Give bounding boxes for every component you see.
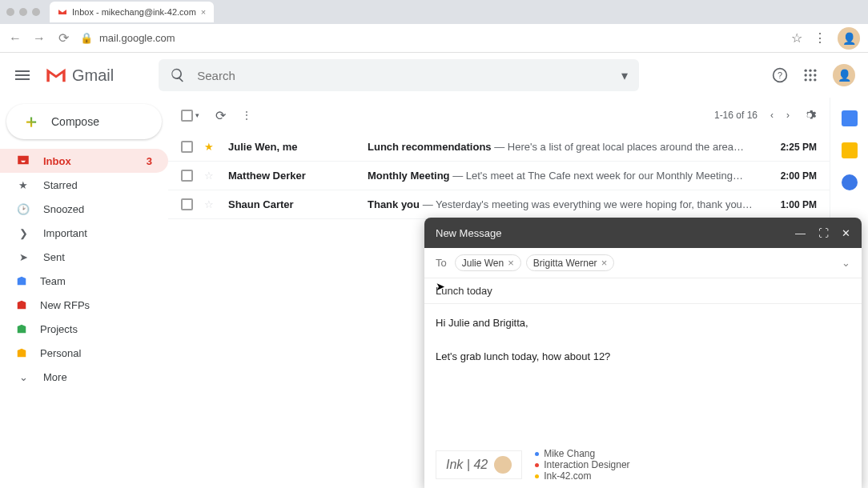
main-menu-icon[interactable] <box>13 66 32 85</box>
bookmark-star-icon[interactable]: ☆ <box>791 30 802 46</box>
reload-button[interactable]: ⟳ <box>56 30 70 46</box>
row-checkbox[interactable] <box>181 198 193 210</box>
unread-count: 3 <box>147 155 152 167</box>
sidebar-label: Projects <box>40 323 78 335</box>
svg-text:?: ? <box>778 70 782 80</box>
subject-snippet: Monthly Meeting — Let's meet at The Cafe… <box>368 170 770 182</box>
account-avatar[interactable]: 👤 <box>833 64 855 86</box>
close-tab-icon[interactable]: × <box>201 7 206 17</box>
signature-avatar <box>494 456 512 474</box>
list-toolbar: ▾ ⟳ ⋮ 1-16 of 16 ‹ › <box>168 98 830 133</box>
chrome-profile-avatar[interactable]: 👤 <box>838 27 860 50</box>
svg-point-2 <box>805 70 807 72</box>
support-icon[interactable]: ? <box>772 67 788 83</box>
compose-window: New Message — ⛶ ✕ To Julie Wen×Brigitta … <box>424 218 862 488</box>
star-icon[interactable]: ☆ <box>204 170 217 182</box>
svg-point-6 <box>809 74 811 76</box>
timestamp: 1:00 PM <box>781 199 817 210</box>
select-all-checkbox[interactable]: ▾ <box>181 110 199 122</box>
subject-snippet: Thank you — Yesterday's meeting was ever… <box>368 198 770 210</box>
close-compose-icon[interactable]: ✕ <box>842 227 850 239</box>
to-label: To <box>436 257 447 269</box>
recipients-row[interactable]: To Julie Wen×Brigitta Werner× ⌄ <box>424 248 862 278</box>
remove-chip-icon[interactable]: × <box>601 257 608 269</box>
sig-name: Mike Chang <box>544 448 595 459</box>
subject-field[interactable]: Lunch today <box>424 278 862 304</box>
recipient-chip[interactable]: Julie Wen× <box>455 254 521 271</box>
star-icon[interactable]: ★ <box>204 141 217 153</box>
svg-point-9 <box>809 78 811 81</box>
compose-title: New Message <box>436 227 501 239</box>
window-controls[interactable] <box>6 8 40 16</box>
signature: Ink | 42 Mike Chang Interaction Designer… <box>436 442 630 488</box>
url-text: mail.google.com <box>99 32 175 44</box>
sidebar-label: Sent <box>43 251 65 263</box>
sidebar-item-starred[interactable]: ★Starred <box>0 173 168 197</box>
row-checkbox[interactable] <box>181 141 193 153</box>
sidebar-item-projects[interactable]: Projects <box>0 317 168 341</box>
sidebar-label: Important <box>43 227 87 239</box>
sidebar-item-more[interactable]: ⌄More <box>0 365 168 389</box>
signature-card: Ink | 42 <box>436 450 522 479</box>
sidebar-item-team[interactable]: Team <box>0 269 168 293</box>
sidebar-label: Starred <box>43 179 78 191</box>
minimize-icon[interactable]: — <box>795 227 806 239</box>
refresh-icon[interactable]: ⟳ <box>215 108 226 123</box>
email-row[interactable]: ☆Matthew DerkerMonthly Meeting — Let's m… <box>168 162 830 190</box>
expand-recipients-icon[interactable]: ⌄ <box>842 257 850 269</box>
search-icon <box>170 67 186 83</box>
chip-label: Julie Wen <box>462 258 504 269</box>
sender: Matthew Derker <box>228 170 356 182</box>
sidebar: ＋ Compose Inbox3★Starred🕑Snoozed❯Importa… <box>0 98 168 488</box>
sidebar-item-important[interactable]: ❯Important <box>0 221 168 245</box>
sidebar-item-new-rfps[interactable]: New RFPs <box>0 293 168 317</box>
sidebar-item-personal[interactable]: Personal <box>0 341 168 365</box>
lock-icon: 🔒 <box>80 32 93 44</box>
star-icon[interactable]: ☆ <box>204 198 217 210</box>
row-checkbox[interactable] <box>181 170 193 182</box>
email-row[interactable]: ★Julie Wen, meLunch recommendations — He… <box>168 133 830 162</box>
compose-header[interactable]: New Message — ⛶ ✕ <box>424 218 862 248</box>
sidebar-item-sent[interactable]: ➤Sent <box>0 245 168 269</box>
browser-tab[interactable]: Inbox - mikechang@ink-42.com × <box>50 2 214 22</box>
gmail-favicon <box>58 7 67 17</box>
compose-button[interactable]: ＋ Compose <box>6 104 162 139</box>
sidebar-item-snoozed[interactable]: 🕑Snoozed <box>0 197 168 221</box>
next-page-icon[interactable]: › <box>786 110 790 121</box>
sender: Shaun Carter <box>228 198 356 210</box>
sig-site: Ink-42.com <box>544 470 591 482</box>
search-input[interactable] <box>197 69 610 82</box>
subject-snippet: Lunch recommendations — Here's a list of… <box>368 141 770 153</box>
chip-label: Brigitta Werner <box>533 258 597 269</box>
gmail-logo-text: Gmail <box>72 66 114 85</box>
back-button[interactable]: ← <box>8 31 22 46</box>
fullscreen-icon[interactable]: ⛶ <box>818 227 829 239</box>
compose-label: Compose <box>51 115 99 128</box>
tasks-addon-icon[interactable] <box>842 174 858 190</box>
gmail-logo[interactable]: Gmail <box>45 66 114 85</box>
body-line: Let's grab lunch today, how about 12? <box>436 349 850 366</box>
recipient-chip[interactable]: Brigitta Werner× <box>526 254 614 271</box>
sidebar-label: Personal <box>40 347 81 359</box>
apps-grid-icon[interactable] <box>802 67 818 83</box>
chrome-menu-icon[interactable]: ⋮ <box>814 30 826 46</box>
settings-gear-icon[interactable] <box>802 108 817 122</box>
page-info: 1-16 of 16 <box>714 110 757 121</box>
plus-icon: ＋ <box>22 110 40 134</box>
search-dropdown-icon[interactable]: ▾ <box>621 68 628 83</box>
cursor-icon: ➤ <box>436 280 445 293</box>
sidebar-label: Snoozed <box>43 203 84 215</box>
forward-button[interactable]: → <box>32 31 46 46</box>
search-box[interactable]: ▾ <box>159 59 639 91</box>
more-actions-icon[interactable]: ⋮ <box>242 110 251 121</box>
keep-addon-icon[interactable] <box>842 142 858 158</box>
calendar-addon-icon[interactable] <box>842 110 858 126</box>
address-bar[interactable]: 🔒 mail.google.com <box>80 32 782 44</box>
sidebar-item-inbox[interactable]: Inbox3 <box>0 149 168 173</box>
prev-page-icon[interactable]: ‹ <box>770 110 774 121</box>
sidebar-label: Team <box>40 275 66 287</box>
gmail-header: Gmail ▾ ? 👤 <box>0 53 868 98</box>
remove-chip-icon[interactable]: × <box>508 257 514 269</box>
sidebar-label: Inbox <box>43 155 71 167</box>
email-row[interactable]: ☆Shaun CarterThank you — Yesterday's mee… <box>168 190 830 219</box>
